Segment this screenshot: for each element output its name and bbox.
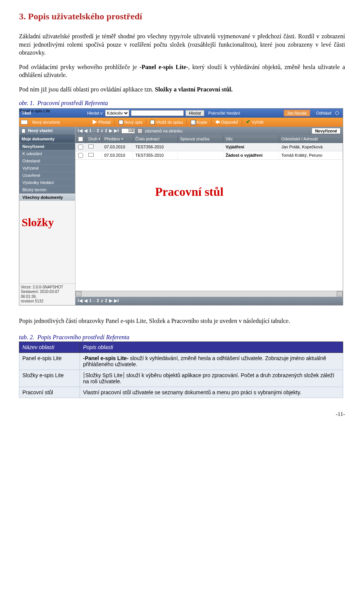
table-caption: tab. 2. Popis Pracovního prostředí Refer… — [19, 334, 345, 341]
logout-icon — [335, 111, 339, 115]
folder-label: Nevyřízené — [312, 128, 340, 134]
sidebar: Nový vlastní Moje dokumenty Nevyřízené K… — [19, 127, 75, 305]
search-input[interactable] — [131, 110, 184, 116]
new-file-button[interactable]: Nový spis — [116, 119, 145, 125]
col-checkbox[interactable] — [75, 135, 86, 143]
mail-icon — [21, 120, 28, 124]
per-page-label: záznamů na stránku — [145, 129, 182, 133]
forward-button[interactable]: Předat — [90, 119, 113, 125]
overlay-slozky-label: Složky — [22, 216, 54, 229]
reply-icon — [215, 120, 220, 124]
figure-caption: obr. 1. Pracovní prostředí Referenta — [19, 100, 345, 107]
sidebar-tab-novy-vlastni[interactable]: Nový vlastní — [19, 127, 75, 135]
grid-header: Druh▾ Předáno▾ Číslo jednací Spisová zna… — [75, 135, 343, 143]
scroll-left-icon[interactable] — [75, 291, 82, 296]
search-scope-label: Hledat v: — [87, 111, 104, 115]
col-spisova-znacka[interactable]: Spisová značka — [178, 135, 223, 143]
mail-icon — [88, 145, 94, 148]
sidebar-item-kodeslani[interactable]: K odeslání — [19, 150, 75, 157]
box-icon — [150, 120, 155, 124]
th-name: Název oblasti — [19, 342, 80, 353]
resolve-button[interactable]: ✔Vyřídit — [244, 119, 266, 125]
logout-link[interactable]: Odhlásit — [316, 111, 331, 115]
per-page-go[interactable] — [137, 128, 143, 134]
paragraph-2: Pod ovládacími prvky webového prohlížeče… — [19, 63, 345, 79]
doc-icon — [119, 120, 123, 124]
app-screenshot: Panel e-spis Lite Těst Hledat v: Kdekoli… — [19, 108, 343, 305]
section-heading: 3. Popis uživatelského prostředí — [19, 11, 345, 22]
user-badge[interactable]: Jan Novák — [284, 110, 310, 116]
row-checkbox[interactable] — [78, 145, 83, 150]
horizontal-scrollbar[interactable] — [75, 291, 343, 297]
table-row[interactable]: 07.03.2010 TEST355-2010 Žádost o vyjádře… — [75, 151, 343, 160]
sidebar-item-uzavrene[interactable]: Uzavřené — [19, 172, 75, 179]
insert-button[interactable]: Vložit do spisu — [148, 119, 185, 125]
search-scope-select[interactable]: Kdekoliv — [105, 110, 129, 116]
advanced-search-link[interactable]: Pokročilé hledání — [208, 111, 240, 115]
col-vec[interactable]: Věc — [223, 135, 279, 143]
main-area: I◀ ◀ 1 - 2 z 2 ▶ ▶I záznamů na stránku N… — [75, 127, 343, 305]
description-table: Název oblasti Popis oblasti Panel e-spis… — [19, 342, 343, 398]
sidebar-item-odeslane[interactable]: Odeslané — [19, 157, 75, 164]
table-row[interactable]: 07.03.2010 TEST356-2010 Vyjádření Jan Po… — [75, 143, 343, 151]
topbar: Těst Hledat v: Kdekoliv Hledat Pokročilé… — [19, 109, 343, 118]
row-checkbox[interactable] — [78, 153, 83, 158]
table-row: Panel e-spis Lite -Panel e-spis Lite- sl… — [19, 353, 343, 370]
sidebar-item-vysledky[interactable]: Výsledky hledání — [19, 179, 75, 186]
version-info: Verze: 2.0.0-SNAPSHOT Sestavení: 2010-03… — [19, 283, 75, 305]
sidebar-item-vyrizene[interactable]: Vyřízené — [19, 164, 75, 172]
toolbar: Nový doručený Předat Nový spis Vložit do… — [19, 118, 343, 127]
pager-nav[interactable]: I◀ ◀ 1 - 2 z 2 ▶ ▶I — [78, 128, 119, 133]
select-all-checkbox[interactable] — [78, 137, 83, 142]
table-row: Složky e-spis Lite Složky SpS Lite slouž… — [19, 370, 343, 387]
scroll-right-icon[interactable] — [337, 291, 343, 296]
sidebar-item-vsechny[interactable]: Všechny dokumenty — [19, 194, 75, 201]
pager-nav-bottom[interactable]: I◀ ◀ 1 - 2 z 2 ▶ ▶I — [78, 298, 119, 303]
paragraph-1: Základní uživatelské prostředí je téměř … — [19, 32, 345, 57]
col-druh[interactable]: Druh▾ — [86, 135, 102, 143]
mail-icon — [88, 153, 94, 157]
overlay-panel-label: Panel e-spis Lite — [19, 109, 50, 113]
overlay-pracovni-label: Pracovní stůl — [155, 185, 223, 199]
copy-icon — [191, 120, 195, 124]
desc-intro: Popis jednotlivých částí obrazovky Panel… — [19, 317, 345, 325]
search-button[interactable]: Hledat — [185, 110, 204, 116]
pager-bottom: I◀ ◀ 1 - 2 z 2 ▶ ▶I — [75, 297, 343, 305]
col-predano[interactable]: Předáno▾ — [102, 135, 133, 143]
copy-button[interactable]: Kopie — [188, 119, 209, 125]
sidebar-group-moje: Moje dokumenty — [19, 135, 75, 143]
per-page-input[interactable] — [121, 128, 135, 134]
sidebar-item-nevyrizene[interactable]: Nevyřízené — [19, 143, 75, 150]
reply-button[interactable]: Odpověď — [213, 119, 240, 125]
new-received-button[interactable]: Nový doručený — [30, 119, 62, 125]
pager-top: I◀ ◀ 1 - 2 z 2 ▶ ▶I záznamů na stránku N… — [75, 127, 343, 135]
col-odesilatel[interactable]: Odesílatel / Adresát — [279, 135, 343, 143]
grid-body: 07.03.2010 TEST356-2010 Vyjádření Jan Po… — [75, 143, 343, 291]
check-icon: ✔ — [246, 120, 251, 124]
paragraph-3: Pod ním již jsou další oblasti pro ovlád… — [19, 85, 345, 94]
table-row: Pracovní stůl Vlastní pracovní stůl uživ… — [19, 387, 343, 398]
th-desc: Popis oblasti — [80, 342, 343, 353]
page-number: -11- — [19, 411, 345, 417]
col-cislo-jednaci[interactable]: Číslo jednací — [133, 135, 178, 143]
doc-icon — [22, 129, 25, 133]
sidebar-item-blizky[interactable]: Blízký termín — [19, 186, 75, 194]
arrow-icon — [93, 120, 97, 124]
